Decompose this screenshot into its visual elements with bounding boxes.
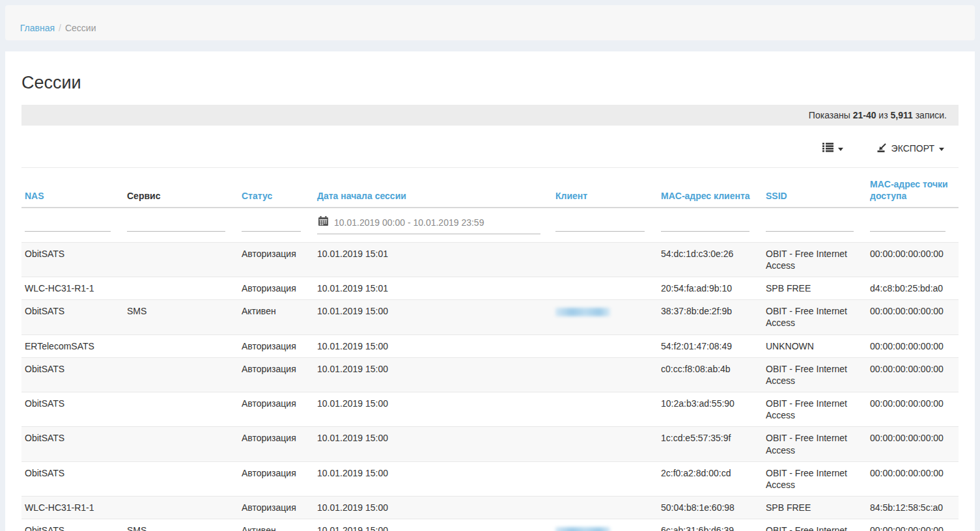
cell-client-mac: 54:f2:01:47:08:49 — [658, 334, 763, 357]
cell-service — [124, 277, 238, 299]
column-header-start-date: Дата начала сессии — [314, 168, 552, 208]
filter-ap-mac-input[interactable] — [870, 215, 945, 232]
cell-client — [552, 242, 658, 277]
summary-total: 5,911 — [891, 110, 913, 120]
column-header-nas: NAS — [21, 168, 124, 208]
cell-client — [552, 300, 658, 334]
table-row: ObitSATSSMSАктивен10.01.2019 15:006c:ab:… — [21, 519, 959, 531]
column-header-client: Клиент — [552, 168, 658, 208]
record-count-summary: Показаны 21-40 из 5,911 записи. — [21, 105, 959, 126]
cell-ap-mac: 00:00:00:00:00:00 — [867, 357, 959, 392]
table-row: ObitSATSАвторизация10.01.2019 15:002c:f0… — [21, 461, 959, 496]
cell-nas: ObitSATS — [21, 519, 124, 531]
cell-service — [124, 427, 238, 461]
sort-link-status[interactable]: Статус — [242, 191, 272, 201]
cell-service — [124, 357, 238, 392]
cell-service — [124, 497, 238, 519]
cell-client-mac: 20:54:fa:ad:9b:10 — [658, 277, 763, 299]
export-dropdown-button[interactable]: ЭКСПОРТ — [877, 143, 944, 154]
cell-nas: WLC-HC31-R1-1 — [21, 497, 124, 519]
cell-ssid: OBIT - Free Internet Access — [763, 300, 867, 334]
cell-client-mac: c0:cc:f8:08:ab:4b — [658, 357, 763, 392]
table-row: ObitSATSАвторизация10.01.2019 15:00c0:cc… — [21, 357, 959, 392]
cell-ap-mac: 00:00:00:00:00:00 — [867, 461, 959, 496]
cell-client — [552, 277, 658, 299]
cell-start: 10.01.2019 15:00 — [314, 461, 552, 496]
redacted-client-value — [555, 308, 610, 316]
filter-status-input[interactable] — [242, 215, 301, 232]
cell-status: Авторизация — [238, 242, 314, 277]
sort-link-ap-mac[interactable]: MAC-адрес точки доступа — [870, 179, 948, 201]
calendar-icon — [318, 216, 328, 228]
filter-nas-input[interactable] — [25, 215, 111, 232]
sort-link-nas[interactable]: NAS — [25, 191, 44, 201]
cell-client — [552, 392, 658, 427]
breadcrumb-home-link[interactable]: Главная — [20, 23, 55, 33]
chevron-down-icon — [838, 148, 843, 151]
cell-ap-mac: 00:00:00:00:00:00 — [867, 242, 959, 277]
column-header-client-mac: MAC-адрес клиента — [658, 168, 763, 208]
cell-ssid: OBIT - Free Internet Access — [763, 357, 867, 392]
table-row: ERTelecomSATSАвторизация10.01.2019 15:00… — [21, 334, 959, 357]
page-title: Сессии — [21, 51, 959, 93]
table-filter-row: 10.01.2019 00:00 - 10.01.2019 23:59 — [21, 208, 959, 242]
sort-link-client[interactable]: Клиент — [555, 191, 587, 201]
export-button-label: ЭКСПОРТ — [891, 143, 934, 154]
cell-status: Активен — [238, 300, 314, 334]
filter-client-mac-input[interactable] — [661, 215, 749, 232]
cell-client — [552, 357, 658, 392]
breadcrumb-separator: / — [55, 23, 65, 33]
filter-service-input[interactable] — [127, 215, 225, 232]
summary-range: 21-40 — [853, 110, 876, 120]
table-row: ObitSATSАвторизация10.01.2019 15:001c:cd… — [21, 427, 959, 461]
cell-ap-mac: 84:5b:12:58:5c:a0 — [867, 497, 959, 519]
cell-status: Авторизация — [238, 461, 314, 496]
breadcrumb: Главная/Сессии — [5, 5, 975, 40]
cell-ssid: OBIT - Free Internet Access — [763, 242, 867, 277]
cell-start: 10.01.2019 15:00 — [314, 519, 552, 531]
cell-service: SMS — [124, 300, 238, 334]
filter-client-input[interactable] — [555, 215, 645, 232]
column-list-dropdown-button[interactable] — [822, 143, 843, 154]
cell-ssid: OBIT - Free Internet Access — [763, 392, 867, 427]
cell-service — [124, 334, 238, 357]
cell-service: SMS — [124, 519, 238, 531]
cell-ssid: SPB FREE — [763, 277, 867, 299]
column-header-ssid: SSID — [763, 168, 867, 208]
cell-start: 10.01.2019 15:00 — [314, 497, 552, 519]
sort-link-ssid[interactable]: SSID — [766, 191, 787, 201]
cell-nas: ObitSATS — [21, 461, 124, 496]
list-icon — [822, 143, 833, 154]
table-row: ObitSATSАвторизация10.01.2019 15:0010:2a… — [21, 392, 959, 427]
cell-client — [552, 427, 658, 461]
sort-link-client-mac[interactable]: MAC-адрес клиента — [661, 191, 750, 201]
cell-nas: ObitSATS — [21, 300, 124, 334]
filter-date-range-picker[interactable]: 10.01.2019 00:00 - 10.01.2019 23:59 — [317, 215, 540, 234]
cell-client-mac: 1c:cd:e5:57:35:9f — [658, 427, 763, 461]
cell-ssid: OBIT - Free Internet Access — [763, 461, 867, 496]
cell-nas: ObitSATS — [21, 242, 124, 277]
cell-client-mac: 2c:f0:a2:8d:00:cd — [658, 461, 763, 496]
cell-service — [124, 242, 238, 277]
cell-ssid: UNKNOWN — [763, 334, 867, 357]
filter-ssid-input[interactable] — [766, 215, 854, 232]
table-row: WLC-HC31-R1-1Авторизация10.01.2019 15:00… — [21, 497, 959, 519]
cell-ap-mac: 00:00:00:00:00:00 — [867, 427, 959, 461]
breadcrumb-current: Сессии — [65, 23, 96, 33]
summary-prefix: Показаны — [809, 110, 853, 120]
cell-start: 10.01.2019 15:01 — [314, 277, 552, 299]
column-header-ap-mac: MAC-адрес точки доступа — [867, 168, 959, 208]
cell-client — [552, 461, 658, 496]
redacted-client-value — [555, 527, 610, 531]
sort-link-start-date[interactable]: Дата начала сессии — [317, 191, 406, 201]
cell-start: 10.01.2019 15:00 — [314, 357, 552, 392]
cell-start: 10.01.2019 15:00 — [314, 334, 552, 357]
chevron-down-icon — [939, 148, 944, 151]
date-range-value: 10.01.2019 00:00 - 10.01.2019 23:59 — [334, 217, 484, 228]
summary-suffix: записи. — [913, 110, 947, 120]
cell-status: Авторизация — [238, 392, 314, 427]
table-row: WLC-HC31-R1-1Авторизация10.01.2019 15:01… — [21, 277, 959, 299]
cell-client — [552, 334, 658, 357]
cell-ap-mac: 00:00:00:00:00:00 — [867, 300, 959, 334]
cell-nas: ERTelecomSATS — [21, 334, 124, 357]
